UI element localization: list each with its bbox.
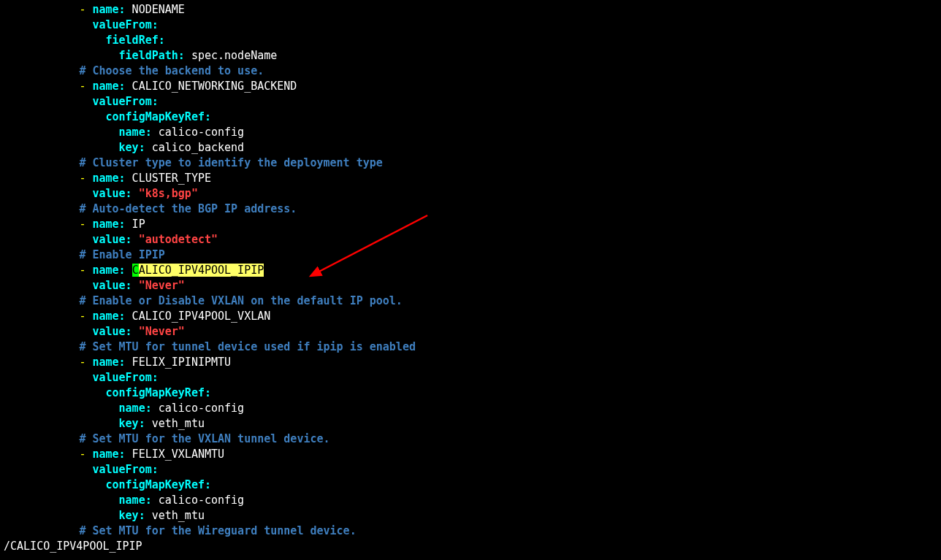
yaml-key: valueFrom [92,18,151,31]
yaml-value: : [119,172,126,185]
code-line[interactable]: # Set MTU for the VXLAN tunnel device. [0,431,941,447]
yaml-value: calico-config [152,402,244,415]
yaml-list-dash: - [79,172,92,185]
yaml-value: spec.nodeName [185,49,277,62]
code-line[interactable]: # Auto-detect the BGP IP address. [0,202,941,217]
yaml-key: configMapKeyRef [106,386,205,399]
yaml-comment: # Enable or Disable VXLAN on the default… [79,294,403,307]
yaml-string: "Never" [139,279,185,292]
code-line[interactable]: key: calico_backend [0,140,941,156]
code-line[interactable]: - name: FELIX_VXLANMTU [0,447,941,462]
yaml-comment: # Set MTU for the Wireguard tunnel devic… [79,524,356,537]
code-line[interactable]: name: calico-config [0,401,941,416]
yaml-key: valueFrom [92,371,151,384]
yaml-key: fieldRef [106,34,159,47]
code-line[interactable]: # Choose the backend to use. [0,64,941,79]
code-line[interactable]: valueFrom: [0,370,941,386]
yaml-key: name [92,356,118,369]
code-line[interactable]: # Set MTU for tunnel device used if ipip… [0,340,941,355]
yaml-value: : [126,325,132,338]
yaml-comment: # Auto-detect the BGP IP address. [79,202,297,215]
code-line[interactable]: - name: CLUSTER_TYPE [0,171,941,186]
yaml-list-dash: - [79,218,92,231]
yaml-value: : [119,264,126,277]
code-line[interactable]: - name: CALICO_NETWORKING_BACKEND [0,79,941,94]
yaml-key: name [92,3,118,16]
yaml-key: name [92,172,118,185]
yaml-value: : [152,371,159,384]
code-line[interactable]: value: "Never" [0,324,941,340]
yaml-value: : [205,478,211,491]
yaml-value: : [126,233,132,246]
code-line[interactable]: - name: CALICO_IPV4POOL_VXLAN [0,309,941,324]
yaml-key: fieldPath [119,49,178,62]
yaml-value: calico-config [152,494,244,507]
yaml-list-dash: - [79,264,92,277]
code-line[interactable]: valueFrom: [0,94,941,110]
code-line[interactable]: configMapKeyRef: [0,110,941,125]
yaml-key: name [92,218,118,231]
yaml-key: value [92,233,125,246]
yaml-value: : [145,494,152,507]
yaml-value: : [145,402,152,415]
code-line[interactable]: # Cluster type to identify the deploymen… [0,156,941,171]
vim-command-line[interactable]: /CALICO_IPV4POOL_IPIP [4,539,142,554]
yaml-value: : [178,49,185,62]
yaml-value [132,233,139,246]
yaml-value: : [119,218,126,231]
code-line[interactable]: name: calico-config [0,493,941,508]
code-line[interactable]: value: "k8s,bgp" [0,186,941,202]
yaml-value: CALICO_NETWORKING_BACKEND [126,80,297,93]
code-line[interactable]: - name: NODENAME [0,2,941,18]
code-line[interactable]: # Enable or Disable VXLAN on the default… [0,294,941,309]
code-line[interactable]: - name: IP [0,217,941,232]
cursor-highlight: C [132,264,139,277]
yaml-comment: # Set MTU for tunnel device used if ipip… [79,340,416,353]
yaml-value: : [152,18,159,31]
yaml-string: "Never" [139,325,185,338]
yaml-string: "k8s,bgp" [139,187,198,200]
code-line[interactable]: # Set MTU for the Wireguard tunnel devic… [0,523,941,539]
yaml-value: : [139,509,145,522]
yaml-value: : [152,463,159,476]
code-line[interactable]: key: veth_mtu [0,416,941,431]
code-line[interactable]: # Enable IPIP [0,248,941,263]
code-editor[interactable]: - name: NODENAME valueFrom: fieldRef: fi… [0,0,941,539]
yaml-list-dash: - [79,448,92,461]
yaml-value: FELIX_VXLANMTU [126,448,224,461]
yaml-list-dash: - [79,3,92,16]
yaml-value: : [152,95,159,108]
code-line[interactable]: - name: CALICO_IPV4POOL_IPIP [0,263,941,278]
yaml-value: : [126,279,132,292]
code-line[interactable]: valueFrom: [0,462,941,477]
yaml-comment: # Choose the backend to use. [79,64,264,77]
code-line[interactable]: value: "autodetect" [0,232,941,248]
yaml-key: value [92,279,125,292]
yaml-comment: # Enable IPIP [79,248,164,261]
yaml-value: : [126,187,132,200]
yaml-key: name [92,264,118,277]
yaml-list-dash: - [79,356,92,369]
code-line[interactable]: fieldPath: spec.nodeName [0,48,941,64]
yaml-key: configMapKeyRef [106,478,205,491]
yaml-value: : [139,141,145,154]
yaml-value: : [119,356,126,369]
yaml-string: "autodetect" [139,233,218,246]
code-line[interactable]: fieldRef: [0,33,941,48]
yaml-value: : [159,34,165,47]
code-line[interactable]: configMapKeyRef: [0,477,941,493]
code-line[interactable]: - name: FELIX_IPINIPMTU [0,355,941,370]
code-line[interactable]: key: veth_mtu [0,508,941,523]
yaml-value: : [119,310,126,323]
yaml-value: : [119,448,126,461]
code-line[interactable]: name: calico-config [0,125,941,140]
yaml-value: : [205,386,211,399]
yaml-value: CLUSTER_TYPE [126,172,211,185]
yaml-key: value [92,187,125,200]
code-line[interactable]: configMapKeyRef: [0,386,941,401]
yaml-key: name [92,80,118,93]
code-line[interactable]: value: "Never" [0,278,941,294]
yaml-value: NODENAME [126,3,185,16]
code-line[interactable]: valueFrom: [0,18,941,33]
yaml-key: name [119,402,145,415]
